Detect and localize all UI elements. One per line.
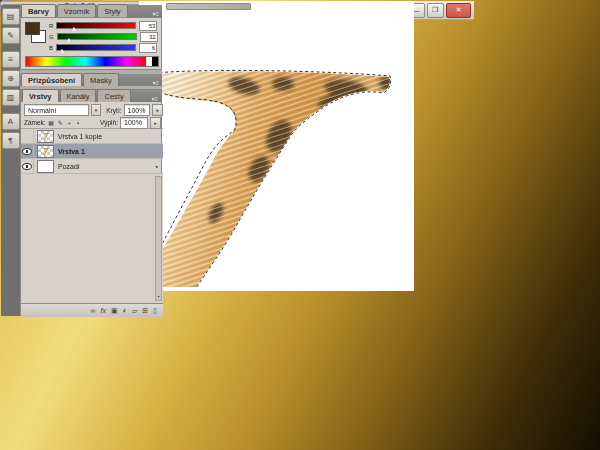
layer-name: Vrstva 1 kopie (58, 133, 102, 140)
layer-row-vrstva-1[interactable]: 7 Vrstva 1 (21, 144, 163, 159)
layer-thumbnail[interactable]: 7 (37, 130, 54, 143)
link-layers-icon[interactable]: ∞ (91, 307, 96, 314)
tab-styly[interactable]: Styly (97, 4, 127, 17)
eye-icon (22, 148, 32, 155)
layer-row-vrstva-1-kopie[interactable]: 7 Vrstva 1 kopie (21, 129, 163, 144)
color-panel: Barvy Vzorník Styly ▾≡ R 53 (20, 5, 162, 70)
opacity-label: Krytí: (106, 107, 121, 114)
layer-thumbnail[interactable]: 7 (37, 145, 54, 158)
blue-channel-label: B (49, 45, 53, 51)
lock-all-icon[interactable]: ▪ (75, 120, 82, 126)
layers-panel-footer: ∞ fx ▣ ◐ ▱ ⊞ ▯ (21, 303, 163, 317)
color-panel-swatches[interactable] (25, 22, 45, 42)
layer-group-icon[interactable]: ▱ (132, 307, 137, 315)
collapsed-panel-icons: ▤ ✎ ≡ ⊕ ▥ A ¶ (1, 5, 20, 316)
red-slider[interactable] (56, 22, 136, 29)
info-panel-icon[interactable]: ≡ (2, 51, 20, 68)
green-value-field[interactable]: 32 (140, 32, 158, 42)
visibility-toggle[interactable] (21, 159, 34, 174)
eye-icon (22, 163, 32, 170)
layers-list-empty-area: ▾ (21, 174, 163, 303)
layer-row-pozadi[interactable]: Pozadí ▪ (21, 159, 163, 174)
red-channel-label: R (49, 23, 53, 29)
panel-menu-icon[interactable]: ▾≡ (151, 95, 161, 102)
horizontal-scroll-thumb[interactable] (166, 3, 251, 10)
new-layer-icon[interactable]: ⊞ (142, 307, 148, 315)
photoshop-window: Ps Br Mb ▦ ▾ 191% ▾ ▥ ▾ □ ▾ Výchozí Desi… (0, 0, 2, 2)
panel-menu-icon[interactable]: ▾≡ (152, 79, 162, 86)
chevron-right-icon[interactable]: ▸ (150, 117, 161, 129)
opacity-field[interactable]: 100% (124, 104, 151, 116)
layer-name: Vrstva 1 (58, 148, 85, 155)
layer-lock-icon: ▪ (156, 163, 158, 170)
blend-mode-select[interactable]: Normální (24, 104, 89, 116)
tab-kanaly[interactable]: Kanály (60, 89, 97, 102)
adjustments-panel-header: Přizpůsobení Masky ▾≡ (20, 74, 162, 87)
green-slider[interactable] (57, 33, 137, 40)
scroll-down-icon[interactable]: ▾ (156, 293, 161, 300)
character-panel-icon[interactable]: A (2, 113, 20, 130)
lock-position-icon[interactable]: + (66, 120, 73, 126)
green-slider-thumb[interactable] (66, 38, 72, 42)
tab-masky[interactable]: Masky (83, 73, 119, 86)
visibility-toggle[interactable] (21, 129, 34, 144)
adjustment-layer-icon[interactable]: ◐ (123, 307, 127, 314)
tab-barvy[interactable]: Barvy (21, 4, 56, 17)
fill-field[interactable]: 100% (120, 117, 148, 129)
navigator-panel-icon[interactable]: ▥ (2, 89, 20, 106)
blue-slider[interactable] (56, 44, 136, 51)
layer-thumbnail[interactable] (37, 160, 54, 173)
layer-style-icon[interactable]: fx (101, 307, 106, 314)
green-channel-label: G (49, 34, 54, 40)
lock-paint-icon[interactable]: ✎ (57, 119, 64, 126)
red-slider-thumb[interactable] (71, 27, 77, 31)
visibility-toggle[interactable] (21, 144, 34, 159)
restore-button[interactable]: ❐ (427, 3, 444, 18)
chevron-down-icon[interactable]: ▾ (91, 104, 102, 116)
foreground-color-swatch[interactable] (25, 22, 40, 35)
delete-layer-icon[interactable]: ▯ (153, 307, 157, 315)
panel-column: Barvy Vzorník Styly ▾≡ R 53 (20, 5, 162, 316)
blue-slider-thumb[interactable] (59, 49, 65, 53)
lock-label: Zámek: (24, 119, 46, 126)
brush-presets-panel-icon[interactable]: ✎ (2, 27, 20, 44)
panel-menu-icon[interactable]: ▾≡ (152, 10, 162, 17)
tab-cesty[interactable]: Cesty (97, 89, 130, 102)
color-spectrum-ramp[interactable] (25, 56, 159, 67)
layer-name: Pozadí (58, 163, 80, 170)
tab-vzornik[interactable]: Vzorník (57, 4, 96, 17)
red-value-field[interactable]: 53 (139, 21, 157, 31)
close-button[interactable]: ✕ (446, 3, 472, 18)
layer-mask-icon[interactable]: ▣ (111, 307, 118, 315)
tab-prizpusobeni[interactable]: Přizpůsobení (21, 73, 82, 86)
fill-label: Výplň: (100, 119, 118, 126)
history-panel-icon[interactable]: ▤ (2, 8, 20, 25)
chevron-right-icon[interactable]: ▸ (152, 104, 163, 116)
blue-value-field[interactable]: 6 (139, 43, 157, 53)
layers-panel: Vrstvy Kanály Cesty ▾≡ Normální ▾ Krytí:… (20, 89, 162, 316)
tab-vrstvy[interactable]: Vrstvy (22, 89, 59, 102)
lock-transparency-icon[interactable]: ▦ (48, 119, 55, 126)
clone-source-panel-icon[interactable]: ⊕ (2, 70, 20, 87)
layers-scrollbar[interactable]: ▾ (155, 176, 162, 301)
paragraph-panel-icon[interactable]: ¶ (2, 132, 20, 149)
